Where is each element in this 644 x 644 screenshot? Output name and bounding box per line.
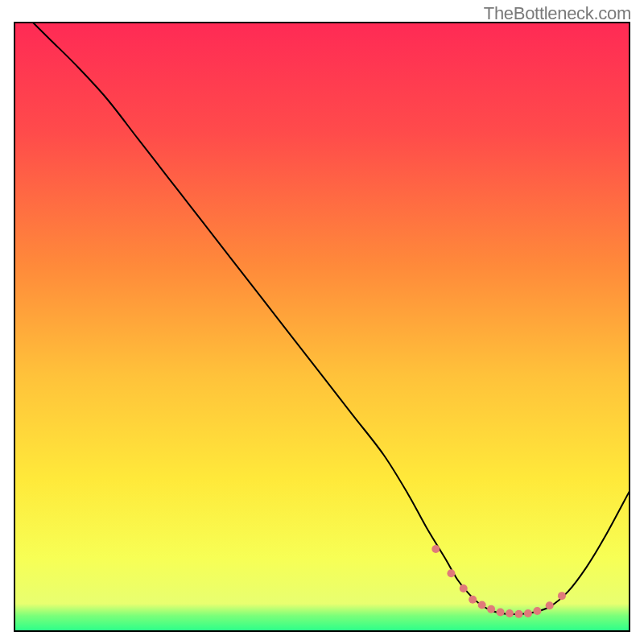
marker-dot <box>524 609 532 617</box>
marker-dot <box>469 596 477 604</box>
marker-dot <box>514 610 522 618</box>
marker-dot <box>478 601 486 609</box>
marker-dot <box>506 609 514 617</box>
marker-dot <box>546 601 554 609</box>
marker-dot <box>497 609 505 617</box>
marker-dot <box>431 545 440 553</box>
marker-dot <box>460 584 468 592</box>
marker-dot <box>487 605 495 613</box>
bottleneck-chart: TheBottleneck.com <box>0 0 644 644</box>
gradient-background <box>14 23 630 631</box>
marker-dot <box>447 569 455 577</box>
marker-dot <box>558 592 566 600</box>
chart-svg <box>0 0 644 644</box>
marker-dot <box>533 607 541 615</box>
